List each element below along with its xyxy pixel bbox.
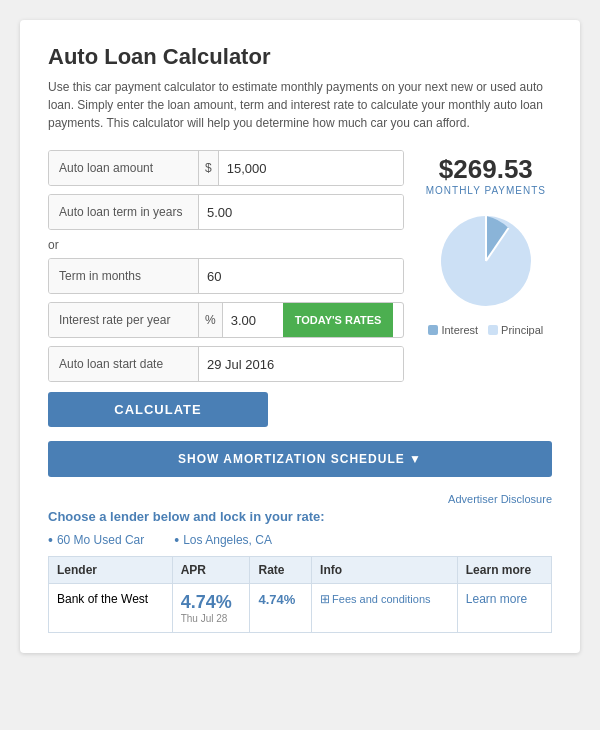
col-rate: Rate xyxy=(250,557,312,584)
col-info: Info xyxy=(312,557,458,584)
todays-rates-button[interactable]: TODAY'S RATES xyxy=(283,303,394,337)
fees-link[interactable]: ⊞ Fees and conditions xyxy=(320,592,449,606)
learn-more-link[interactable]: Learn more xyxy=(466,592,527,606)
lender-name: Bank of the West xyxy=(49,584,173,633)
bullet-2: • xyxy=(174,532,179,548)
form-section: Auto loan amount $ Auto loan term in yea… xyxy=(48,150,404,427)
interest-rate-row: Interest rate per year % TODAY'S RATES xyxy=(48,302,404,338)
col-learn-more: Learn more xyxy=(457,557,551,584)
interest-dot xyxy=(428,325,438,335)
rate-value: 4.74% xyxy=(258,592,295,607)
lender-heading: Choose a lender below and lock in your r… xyxy=(48,509,552,524)
pie-legend: Interest Principal xyxy=(428,324,543,336)
principal-label: Principal xyxy=(501,324,543,336)
monthly-label: MONTHLY PAYMENTS xyxy=(426,185,546,196)
apr-date: Thu Jul 28 xyxy=(181,613,242,624)
table-row: Bank of the West 4.74% Thu Jul 28 4.74% … xyxy=(49,584,552,633)
loan-amount-input[interactable] xyxy=(219,151,403,185)
col-lender: Lender xyxy=(49,557,173,584)
loan-amount-label: Auto loan amount xyxy=(49,151,199,185)
lender-section: Advertiser Disclosure Choose a lender be… xyxy=(48,493,552,633)
page-title: Auto Loan Calculator xyxy=(48,44,552,70)
principal-dot xyxy=(488,325,498,335)
plus-icon: ⊞ xyxy=(320,592,330,606)
interest-label: Interest xyxy=(441,324,478,336)
interest-rate-label: Interest rate per year xyxy=(49,303,199,337)
loan-amount-row: Auto loan amount $ xyxy=(48,150,404,186)
filter-row: • 60 Mo Used Car • Los Angeles, CA xyxy=(48,532,552,548)
amortization-button[interactable]: SHOW AMORTIZATION SCHEDULE ▼ xyxy=(48,441,552,477)
loan-term-years-label: Auto loan term in years xyxy=(49,195,199,229)
apr-value: 4.74% xyxy=(181,592,242,613)
table-header-row: Lender APR Rate Info Learn more xyxy=(49,557,552,584)
lender-info: ⊞ Fees and conditions xyxy=(312,584,458,633)
bullet-1: • xyxy=(48,532,53,548)
currency-symbol: $ xyxy=(199,151,219,185)
advertiser-disclosure-link[interactable]: Advertiser Disclosure xyxy=(448,493,552,505)
filter-label-1: 60 Mo Used Car xyxy=(57,533,144,547)
result-section: $269.53 MONTHLY PAYMENTS Interest xyxy=(420,150,552,427)
percent-symbol: % xyxy=(199,303,223,337)
calculate-button[interactable]: CALCULATE xyxy=(48,392,268,427)
pie-chart xyxy=(431,206,541,316)
start-date-label: Auto loan start date xyxy=(49,347,199,381)
page-description: Use this car payment calculator to estim… xyxy=(48,78,552,132)
monthly-amount: $269.53 xyxy=(439,154,533,185)
loan-term-years-input[interactable] xyxy=(199,195,403,229)
calculator-card: Auto Loan Calculator Use this car paymen… xyxy=(20,20,580,653)
lender-learn-more: Learn more xyxy=(457,584,551,633)
start-date-row: Auto loan start date xyxy=(48,346,404,382)
term-months-row: Term in months xyxy=(48,258,404,294)
lender-apr: 4.74% Thu Jul 28 xyxy=(172,584,250,633)
interest-rate-input[interactable] xyxy=(223,303,283,337)
main-layout: Auto loan amount $ Auto loan term in yea… xyxy=(48,150,552,427)
principal-legend: Principal xyxy=(488,324,543,336)
col-apr: APR xyxy=(172,557,250,584)
start-date-input[interactable] xyxy=(199,347,403,381)
loan-term-years-row: Auto loan term in years xyxy=(48,194,404,230)
filter-label-2: Los Angeles, CA xyxy=(183,533,272,547)
term-months-input[interactable] xyxy=(199,259,403,293)
filter-item-2[interactable]: • Los Angeles, CA xyxy=(174,532,272,548)
advertiser-row: Advertiser Disclosure xyxy=(48,493,552,505)
interest-legend: Interest xyxy=(428,324,478,336)
term-months-label: Term in months xyxy=(49,259,199,293)
lender-rate: 4.74% xyxy=(250,584,312,633)
filter-item-1[interactable]: • 60 Mo Used Car xyxy=(48,532,144,548)
or-text: or xyxy=(48,238,404,252)
lender-table: Lender APR Rate Info Learn more Bank of … xyxy=(48,556,552,633)
